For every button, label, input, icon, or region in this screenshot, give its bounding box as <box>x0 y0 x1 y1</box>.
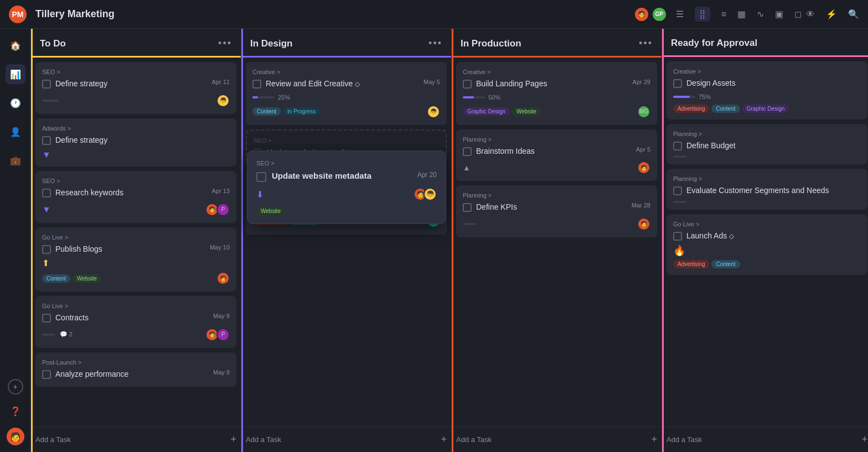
card-golive-contracts: Go Live > Contracts May 9 💬 2 <box>35 296 236 348</box>
table-icon[interactable]: ▦ <box>737 9 746 19</box>
card-category: Creative > <box>252 69 440 75</box>
column-menu-inprod[interactable]: ••• <box>639 38 653 49</box>
card-category: SEO > <box>254 137 439 144</box>
list-icon[interactable]: ☰ <box>676 9 684 19</box>
tag-content: Content <box>252 107 281 116</box>
card-avatar: 🧑 <box>637 161 650 174</box>
card-date: Apr 13 <box>212 188 230 194</box>
toolbar-view-icons: ☰ ⣿ ≡ ▦ ∿ ▣ ◻ <box>676 7 802 22</box>
card-date: Mar 28 <box>632 202 650 209</box>
sidebar-item-help[interactable]: ❓ <box>6 401 25 421</box>
column-title-todo: To Do <box>40 38 218 49</box>
add-task-label: Add a Task <box>246 435 281 444</box>
card-checkbox[interactable] <box>463 80 472 89</box>
sidebar-item-work[interactable]: 💼 <box>6 150 25 170</box>
card-checkbox[interactable] <box>42 245 51 254</box>
progress-bar-bg <box>463 96 485 98</box>
card-category: Creative > <box>463 69 650 75</box>
card-checkbox[interactable] <box>463 147 472 156</box>
card-category: Planning > <box>463 136 650 143</box>
card-checkbox[interactable] <box>42 189 51 198</box>
card-checkbox[interactable] <box>673 142 682 150</box>
card-category: Planning > <box>673 175 861 182</box>
card-category: Planning > <box>673 131 861 137</box>
priority-up-icon: ⬆ <box>42 258 230 268</box>
progress-bar-bg <box>252 96 275 98</box>
card-checkbox[interactable] <box>42 370 51 379</box>
card-creative-review: Creative > Review and Edit Creative ◇ Ma… <box>246 62 447 125</box>
card-title-row: Design Assets <box>673 78 861 89</box>
board-icon[interactable]: ⣿ <box>695 7 710 22</box>
board: To Do ••• SEO > Define strategy Apr 11 <box>31 29 868 452</box>
column-menu-indesign[interactable]: ••• <box>428 38 442 49</box>
progress-dash <box>42 334 55 336</box>
add-task-inprod[interactable]: Add a Task + <box>452 427 662 452</box>
card-title: Brainstorm Ideas <box>476 146 632 157</box>
pulse-icon[interactable]: ∿ <box>757 9 764 19</box>
progress-dash <box>463 223 476 225</box>
filter-icon[interactable]: ⚡ <box>826 9 837 19</box>
card-golive-launchads: Go Live > Launch Ads ◇ 🔥 Advertising Con… <box>666 214 867 276</box>
card-category: SEO > <box>42 69 230 75</box>
tooltip-avatar2: 👦 <box>423 188 437 201</box>
chevron-down-icon[interactable]: ▼ <box>42 150 51 159</box>
add-task-indesign[interactable]: Add a Task + <box>241 427 451 452</box>
sidebar-item-people[interactable]: 👤 <box>6 122 25 142</box>
card-checkbox[interactable] <box>673 79 682 88</box>
doc-icon[interactable]: ◻ <box>794 9 802 19</box>
card-title-row: Research keywords Apr 13 <box>42 188 230 199</box>
accent-approval <box>662 29 664 452</box>
card-seo-define: SEO > Define strategy Apr 11 👦 <box>35 62 236 114</box>
search-icon[interactable]: 🔍 <box>848 9 859 19</box>
chevron-down-icon[interactable]: ▼ <box>42 205 51 215</box>
eye-icon[interactable]: 👁 <box>806 9 815 19</box>
app-logo: PM <box>9 6 27 23</box>
avatar-user2: GP <box>652 7 667 22</box>
column-title-approval: Ready for Approval <box>671 38 863 49</box>
progress-bar-bg <box>673 96 695 98</box>
card-checkbox[interactable] <box>42 136 51 145</box>
card-title: Launch Ads ◇ <box>686 231 861 242</box>
card-checkbox[interactable] <box>42 80 51 89</box>
accent-inprod <box>452 29 453 452</box>
column-body-todo: SEO > Define strategy Apr 11 👦 <box>31 58 241 427</box>
column-title-inprod: In Production <box>461 38 639 49</box>
toolbar-right: 👁 ⚡ 🔍 <box>806 9 859 19</box>
card-checkbox[interactable] <box>673 186 682 195</box>
gantt-icon[interactable]: ≡ <box>721 9 726 19</box>
sidebar-item-add[interactable]: + <box>8 379 23 394</box>
card-title-row: Define KPIs Mar 28 <box>463 202 650 213</box>
card-checkbox[interactable] <box>252 80 261 89</box>
card-date: May 10 <box>210 244 230 251</box>
column-body-indesign: Creative > Review and Edit Creative ◇ Ma… <box>241 58 451 427</box>
sidebar-item-avatar[interactable]: 🧑 <box>7 428 24 445</box>
add-task-todo[interactable]: Add a Task + <box>31 427 241 452</box>
tooltip-category: SEO > <box>256 160 437 167</box>
calendar-icon[interactable]: ▣ <box>775 9 783 19</box>
column-menu-todo[interactable]: ••• <box>218 38 232 49</box>
sidebar-item-dashboard[interactable]: 📊 <box>6 64 25 84</box>
tag-content: Content <box>42 274 70 283</box>
card-title-row: Define strategy Apr 11 <box>42 79 230 90</box>
progress-label: 50% <box>488 94 500 101</box>
sidebar-item-home[interactable]: 🏠 <box>6 35 25 55</box>
card-title-row: Contracts May 9 <box>42 313 230 324</box>
progress-dash <box>673 155 686 158</box>
tag-in-progress: In Progress <box>283 107 320 116</box>
card-category: Go Live > <box>673 221 861 227</box>
card-title: Research keywords <box>55 188 208 199</box>
column-header-inprod: In Production ••• <box>452 29 662 58</box>
sidebar-item-time[interactable]: 🕐 <box>6 93 25 113</box>
card-title-row: Define Budget <box>673 141 861 152</box>
card-title: Publish Blogs <box>55 244 205 255</box>
add-task-approval[interactable]: Add a Task + <box>662 427 868 452</box>
card-checkbox[interactable] <box>673 232 682 241</box>
card-title: Define strategy <box>55 135 230 146</box>
card-checkbox[interactable] <box>463 203 472 212</box>
card-checkbox[interactable] <box>42 314 51 323</box>
tooltip-checkbox[interactable] <box>256 172 266 182</box>
card-category: Adwords > <box>42 125 230 132</box>
card-creative-design-assets: Creative > Design Assets 75% Ad <box>666 61 867 120</box>
progress-bar-fill <box>252 96 258 98</box>
card-postlaunch-analyze: Post-Launch > Analyze performance May 9 <box>35 352 236 387</box>
